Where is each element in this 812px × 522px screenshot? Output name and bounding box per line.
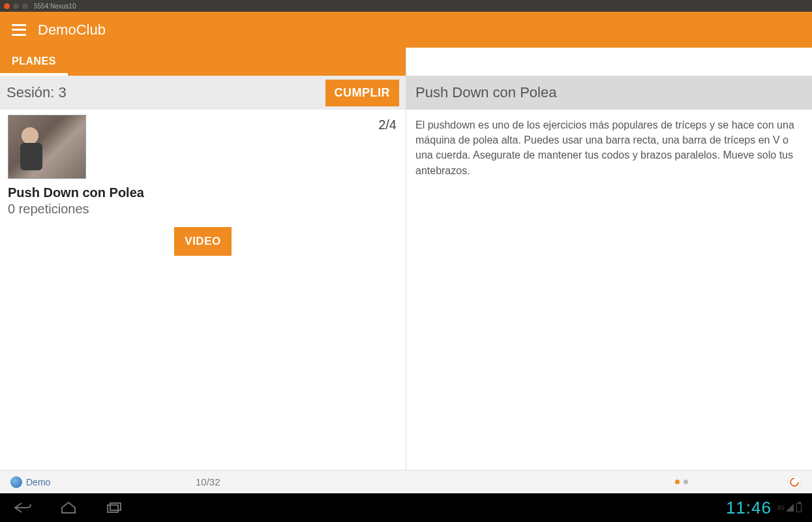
demo-logo[interactable]: Demo xyxy=(10,476,50,488)
right-panel: Push Down con Polea El pushdown es uno d… xyxy=(406,48,812,470)
globe-icon xyxy=(10,476,22,488)
content-area: PLANES Sesión: 3 CUMPLIR 2/4 Push Down c… xyxy=(0,48,812,470)
exercise-counter: 2/4 xyxy=(378,117,397,132)
signal-icon xyxy=(786,504,794,512)
window-minimize-button[interactable] xyxy=(13,3,19,9)
demo-label: Demo xyxy=(26,477,50,487)
clock: 11:46 xyxy=(726,498,772,518)
exercise-reps: 0 repeticiones xyxy=(8,202,398,217)
video-button[interactable]: VIDEO xyxy=(174,227,231,256)
carousel-bar: Demo 10/32 xyxy=(0,470,812,493)
exercise-card: 2/4 Push Down con Polea 0 repeticiones V… xyxy=(0,110,406,261)
brand-logo[interactable] xyxy=(787,475,802,489)
session-bar: Sesión: 3 CUMPLIR xyxy=(0,76,406,110)
brand-logo-icon xyxy=(788,476,801,489)
cumplir-button[interactable]: CUMPLIR xyxy=(325,80,400,106)
detail-title: Push Down con Polea xyxy=(406,76,812,110)
status-icons: 3G xyxy=(777,503,802,512)
carousel-dot-active[interactable] xyxy=(675,480,680,484)
window-title: 5554:Nexus10 xyxy=(34,3,76,10)
window-titlebar: 5554:Nexus10 xyxy=(0,0,812,12)
android-nav-bar: 11:46 3G xyxy=(0,493,812,522)
window-close-button[interactable] xyxy=(4,3,10,9)
window-maximize-button[interactable] xyxy=(22,3,28,9)
exercise-title: Push Down con Polea xyxy=(8,185,398,200)
session-label: Sesión: 3 xyxy=(7,84,67,101)
recent-apps-button[interactable] xyxy=(104,500,124,515)
page-counter: 10/32 xyxy=(196,476,220,487)
tab-bar: PLANES xyxy=(0,48,406,76)
app-header: DemoClub xyxy=(0,12,812,48)
battery-icon xyxy=(796,503,802,512)
app-title: DemoClub xyxy=(38,22,106,38)
detail-description: El pushdown es uno de los ejercicios más… xyxy=(406,110,812,186)
left-panel: PLANES Sesión: 3 CUMPLIR 2/4 Push Down c… xyxy=(0,48,406,470)
network-label: 3G xyxy=(777,504,785,511)
exercise-thumbnail[interactable] xyxy=(8,115,86,179)
home-button[interactable] xyxy=(59,500,78,515)
carousel-dot[interactable] xyxy=(684,480,688,484)
tab-planes[interactable]: PLANES xyxy=(0,49,68,76)
svg-rect-0 xyxy=(108,505,118,512)
back-button[interactable] xyxy=(13,500,33,515)
hamburger-menu-icon[interactable] xyxy=(12,24,26,36)
carousel-dots xyxy=(675,480,688,484)
detail-spacer xyxy=(406,48,812,76)
svg-rect-1 xyxy=(110,503,121,510)
status-area[interactable]: 11:46 3G xyxy=(726,498,802,518)
